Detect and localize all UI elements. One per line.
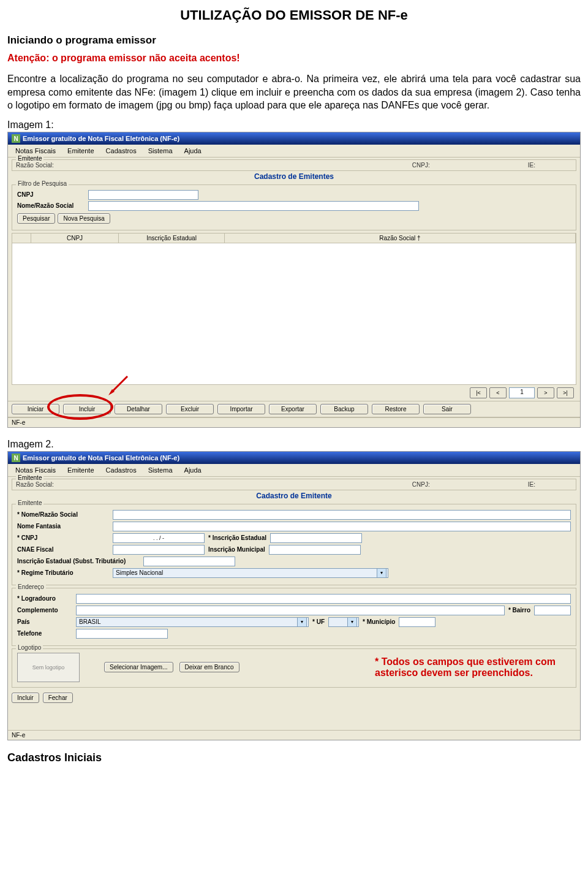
intro-heading: Iniciando o programa emissor	[7, 34, 581, 47]
menu-item[interactable]: Ajuda	[179, 146, 206, 156]
label-complemento: Complemento	[17, 607, 72, 614]
svg-text:N: N	[13, 135, 18, 142]
nome-razao-input[interactable]	[113, 510, 571, 520]
menu-item[interactable]: Cadastros	[101, 146, 141, 156]
sair-button[interactable]: Sair	[423, 404, 471, 414]
menubar: Notas Fiscais Emitente Cadastros Sistema…	[8, 145, 580, 158]
cnpj-input[interactable]	[88, 190, 198, 200]
pesquisar-button[interactable]: Pesquisar	[17, 213, 55, 224]
cnae-input[interactable]	[113, 545, 205, 555]
filter-legend: Filtro de Pesquisa	[16, 180, 69, 187]
municipio-input[interactable]	[399, 617, 435, 627]
footer-heading: Cadastros Iniciais	[7, 751, 581, 764]
screenshot-image2: N Emissor gratuito de Nota Fiscal Eletrô…	[7, 451, 581, 740]
chevron-down-icon: ▾	[377, 568, 386, 578]
label-nome-filter: Nome/Razão Social	[17, 202, 85, 209]
label-logradouro: * Logradouro	[17, 595, 72, 602]
nome-input[interactable]	[88, 201, 419, 211]
pais-select[interactable]: BRASIL ▾	[76, 617, 309, 627]
incluir-button[interactable]: Incluir	[63, 404, 111, 414]
emitente-legend: Emitente	[16, 500, 43, 506]
col-ie[interactable]: Inscrição Estadual	[119, 234, 225, 243]
ie-input[interactable]	[270, 533, 362, 543]
complemento-input[interactable]	[76, 606, 505, 615]
label-cnpj: CNPJ:	[412, 481, 430, 488]
regime-value: Simples Nacional	[116, 569, 163, 576]
menu-item[interactable]: Ajuda	[179, 465, 206, 475]
bairro-input[interactable]	[534, 606, 571, 615]
label-cnpj-form: * CNPJ	[17, 534, 109, 541]
excluir-button[interactable]: Excluir	[166, 404, 214, 414]
pager: |< < 1 > >|	[8, 385, 580, 401]
window-titlebar-2: N Emissor gratuito de Nota Fiscal Eletrô…	[8, 452, 580, 464]
menubar-2: Notas Fiscais Emitente Cadastros Sistema…	[8, 464, 580, 477]
incluir-button-2[interactable]: Incluir	[12, 693, 39, 703]
col-razao[interactable]: Razão Social †	[225, 234, 576, 243]
chevron-down-icon: ▾	[297, 617, 307, 627]
required-fields-note: * Todos os campos que estiverem com aste…	[375, 656, 571, 678]
chevron-down-icon: ▾	[347, 617, 357, 627]
label-pais: País	[17, 618, 72, 625]
emitente-bar: Emitente Razão Social: CNPJ: IE:	[12, 159, 576, 171]
section-title-2: Cadastro de Emitente	[8, 490, 580, 501]
label-cnpj-filter: CNPJ	[17, 191, 85, 198]
label-razao: Razão Social:	[16, 162, 54, 169]
label-nome-razao: * Nome/Razão Social	[17, 511, 109, 518]
pager-prev[interactable]: <	[489, 387, 507, 398]
fantasia-input[interactable]	[113, 522, 571, 531]
exportar-button[interactable]: Exportar	[269, 404, 317, 414]
nova-pesquisa-button[interactable]: Nova Pesquisa	[58, 213, 110, 224]
pager-page[interactable]: 1	[509, 387, 535, 398]
iniciar-button[interactable]: Iniciar	[12, 404, 59, 414]
select-image-button[interactable]: Selecionar Imagem...	[104, 662, 173, 672]
emitente-group: Emitente * Nome/Razão Social Nome Fantas…	[12, 504, 576, 585]
filter-group: Filtro de Pesquisa CNPJ Nome/Razão Socia…	[12, 184, 576, 230]
telefone-input[interactable]	[76, 629, 168, 639]
logradouro-input[interactable]	[76, 594, 571, 604]
label-cnpj: CNPJ:	[412, 162, 430, 169]
backup-button[interactable]: Backup	[320, 404, 368, 414]
menu-item[interactable]: Notas Fiscais	[10, 146, 61, 156]
importar-button[interactable]: Importar	[217, 404, 265, 414]
restore-button[interactable]: Restore	[372, 404, 420, 414]
label-bairro: * Bairro	[508, 607, 530, 614]
leave-blank-button[interactable]: Deixar em Branco	[179, 662, 239, 672]
menu-item[interactable]: Sistema	[143, 146, 178, 156]
detalhar-button[interactable]: Detalhar	[115, 404, 162, 414]
logotipo-legend: Logotipo	[16, 644, 43, 651]
logo-placeholder: Sem logotipo	[17, 653, 80, 682]
section-title: Cadastro de Emitentes	[8, 171, 580, 182]
pager-first[interactable]: |<	[470, 387, 487, 398]
menu-item[interactable]: Sistema	[143, 465, 178, 475]
menu-item[interactable]: Notas Fiscais	[10, 465, 61, 475]
image2-label: Imagem 2.	[7, 439, 581, 450]
label-ie: IE:	[528, 481, 535, 488]
warning-text: Atenção: o programa emissor não aceita a…	[7, 53, 581, 64]
fechar-button[interactable]: Fechar	[43, 693, 73, 703]
menu-item[interactable]: Cadastros	[101, 465, 141, 475]
regime-select[interactable]: Simples Nacional ▾	[113, 568, 388, 578]
ie-st-input[interactable]	[143, 557, 235, 566]
logotipo-group: Logotipo Sem logotipo Selecionar Imagem.…	[12, 648, 576, 688]
col-cnpj[interactable]: CNPJ	[31, 234, 119, 243]
label-ie-st: Inscrição Estadual (Subst. Tributário)	[17, 558, 140, 564]
endereco-group: Endereço * Logradouro Complemento * Bair…	[12, 588, 576, 646]
pager-last[interactable]: >|	[557, 387, 574, 398]
body-paragraph: Encontre a localização do programa no se…	[7, 72, 581, 112]
cnpj-input-form[interactable]: . . / -	[113, 533, 205, 543]
table-header: CNPJ Inscrição Estadual Razão Social †	[12, 233, 576, 243]
menu-item[interactable]: Emitente	[62, 146, 99, 156]
app-icon: N	[12, 454, 20, 462]
endereco-legend: Endereço	[16, 583, 46, 590]
pager-next[interactable]: >	[537, 387, 554, 398]
im-input[interactable]	[269, 545, 361, 555]
label-uf: * UF	[312, 618, 325, 625]
svg-text:N: N	[13, 455, 18, 462]
label-razao: Razão Social:	[16, 481, 54, 488]
window-title: Emissor gratuito de Nota Fiscal Eletrôni…	[23, 135, 179, 142]
pais-value: BRASIL	[79, 618, 101, 625]
emitente-bar-2: Emitente Razão Social: CNPJ: IE:	[12, 479, 576, 490]
menu-item[interactable]: Emitente	[62, 465, 99, 475]
label-municipio: * Município	[363, 618, 395, 625]
uf-select[interactable]: ▾	[328, 617, 359, 627]
